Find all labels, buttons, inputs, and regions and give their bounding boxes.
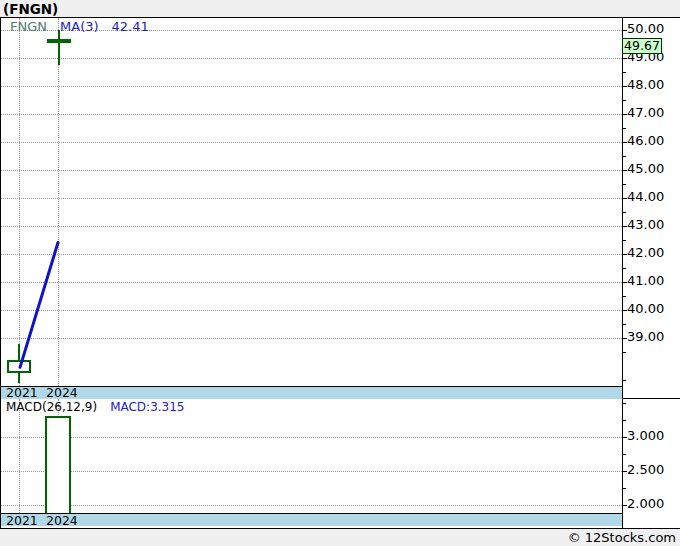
date-gridline [19, 399, 20, 513]
price-tick-label: 46.00 [627, 134, 664, 148]
watermark-credit: © 12Stocks.com [568, 530, 676, 545]
price-gridline [1, 58, 622, 59]
price-axis-minor-tick [622, 380, 626, 381]
price-gridline [1, 114, 622, 115]
ticker-symbol-label: FNGN [10, 19, 47, 34]
price-axis-minor-tick [622, 240, 626, 241]
price-tick-label: 42.00 [627, 246, 664, 260]
price-gridline [1, 170, 622, 171]
date-gridline [58, 18, 59, 386]
macd-tick-label: 2.000 [627, 497, 664, 511]
macd-legend: MACD(26,12,9) MACD:3.315 [6, 400, 185, 414]
plot-layer: 50.0049.0048.0047.0046.0045.0044.0043.00… [0, 0, 680, 546]
price-tick-label: 39.00 [627, 330, 664, 344]
price-tick-label: 44.00 [627, 190, 664, 204]
price-axis-minor-tick [622, 296, 626, 297]
price-gridline [1, 142, 622, 143]
ma-value: 42.41 [112, 19, 149, 34]
macd-tick-label: 3.000 [627, 429, 664, 443]
price-gridline [1, 310, 622, 311]
price-gridline [1, 226, 622, 227]
price-tick-label: 43.00 [627, 218, 664, 232]
ma-label: MA(3) [60, 19, 99, 34]
macd-params-label: MACD(26,12,9) [6, 400, 97, 414]
macd-gridline [1, 437, 622, 438]
macd-axis-minor-tick [622, 488, 626, 489]
price-axis-minor-tick [622, 72, 626, 73]
price-axis-minor-tick [622, 352, 626, 353]
price-axis-minor-tick [622, 128, 626, 129]
price-tick-label: 40.00 [627, 302, 664, 316]
year-label-2024: 2024 [46, 387, 78, 399]
price-gridline [1, 338, 622, 339]
price-gridline [1, 198, 622, 199]
stock-chart: (FNGN) 50.0049.0048.0047.0046.0045.0044.… [0, 0, 680, 546]
price-tick-label: 41.00 [627, 274, 664, 288]
macd-tick-label: 2.500 [627, 463, 664, 477]
macd-gridline [1, 471, 622, 472]
price-gridline [1, 282, 622, 283]
price-tick-label: 45.00 [627, 162, 664, 176]
date-band-main: 2021 2024 [1, 386, 622, 399]
price-tick-label: 50.00 [627, 22, 664, 36]
year-label-2021: 2021 [6, 515, 38, 527]
macd-bar [45, 416, 71, 513]
candle-body [47, 39, 71, 43]
last-price-flag: 49.67 [622, 38, 662, 54]
macd-value-label: MACD:3.315 [110, 400, 184, 414]
macd-axis-minor-tick [622, 454, 626, 455]
main-legend: FNGN MA(3) 42.41 [10, 19, 149, 34]
price-axis-minor-tick [622, 184, 626, 185]
price-axis-minor-tick [622, 324, 626, 325]
price-tick-label: 48.00 [627, 78, 664, 92]
price-gridline [1, 86, 622, 87]
candle-wick [58, 30, 60, 65]
price-gridline [1, 254, 622, 255]
macd-axis-minor-tick [622, 403, 626, 404]
macd-gridline [1, 505, 622, 506]
candle-body [7, 360, 31, 373]
date-gridline [19, 18, 20, 386]
macd-axis-minor-tick [622, 420, 626, 421]
price-axis-minor-tick [622, 212, 626, 213]
date-band-macd: 2021 2024 [1, 513, 622, 526]
price-axis-minor-tick [622, 268, 626, 269]
ma-line [0, 0, 680, 546]
price-axis-minor-tick [622, 156, 626, 157]
price-axis-minor-tick [622, 100, 626, 101]
year-label-2021: 2021 [6, 387, 38, 399]
year-label-2024: 2024 [46, 515, 78, 527]
price-tick-label: 47.00 [627, 106, 664, 120]
